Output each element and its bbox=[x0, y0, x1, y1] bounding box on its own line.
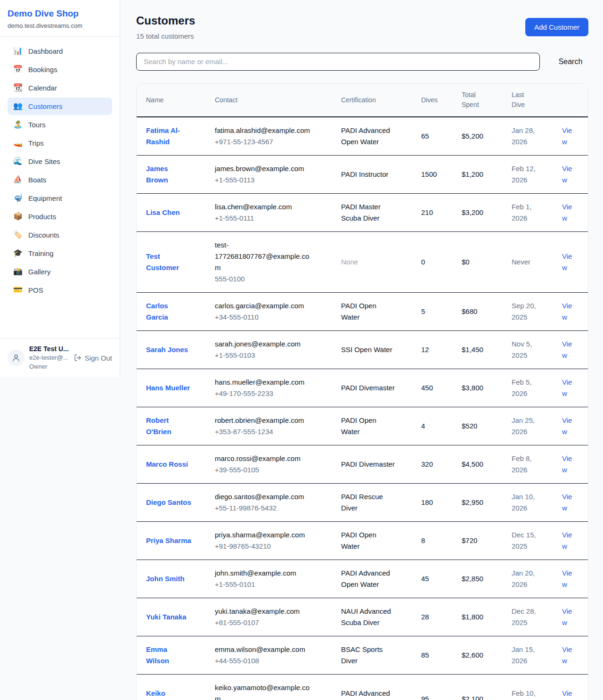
sidebar-item-label: Dashboard bbox=[28, 47, 63, 55]
customer-name-link[interactable]: Hans Mueller bbox=[146, 382, 190, 394]
table-row: Carlos Garcia carlos.garcia@example.com … bbox=[137, 293, 588, 331]
contact-cell: keiko.yamamoto@example.com +81-90-1234-5… bbox=[207, 675, 334, 700]
table-row: Test Customer test-1772681807767@example… bbox=[137, 232, 588, 293]
total-spent-cell: $520 bbox=[454, 407, 504, 445]
dives-cell: 1500 bbox=[414, 156, 454, 194]
name-cell: Carlos Garcia bbox=[137, 293, 207, 331]
view-customer-link[interactable]: View bbox=[562, 252, 572, 272]
last-dive-cell: Dec 28, 2025 bbox=[504, 598, 554, 636]
view-customer-link[interactable]: View bbox=[562, 689, 572, 700]
view-customer-link[interactable]: View bbox=[562, 416, 572, 436]
name-cell: Emma Wilson bbox=[137, 636, 207, 675]
name-cell: James Brown bbox=[137, 156, 207, 194]
name-cell: John Smith bbox=[137, 560, 207, 598]
sign-out-button[interactable]: Sign Out bbox=[74, 354, 112, 362]
sidebar-item-label: POS bbox=[28, 286, 43, 294]
view-customer-link[interactable]: View bbox=[562, 454, 572, 474]
customer-name-link[interactable]: Marco Rossi bbox=[146, 459, 188, 470]
sidebar-item-gallery[interactable]: 📸 Gallery bbox=[8, 263, 112, 280]
sidebar-item-trips[interactable]: 🚤 Trips bbox=[8, 134, 112, 152]
certification-cell: PADI Advanced Open Water bbox=[334, 560, 414, 598]
last-dive-cell: Feb 12, 2026 bbox=[504, 156, 554, 194]
view-customer-link[interactable]: View bbox=[562, 569, 572, 588]
actions-cell: View bbox=[554, 636, 588, 675]
view-customer-link[interactable]: View bbox=[562, 340, 572, 359]
sidebar-item-calendar[interactable]: 📆 Calendar bbox=[8, 79, 112, 97]
sidebar-item-label: Discounts bbox=[28, 231, 59, 239]
view-customer-link[interactable]: View bbox=[562, 165, 572, 184]
name-cell: Diego Santos bbox=[137, 484, 207, 522]
sidebar-item-training[interactable]: 🎓 Training bbox=[8, 245, 112, 262]
sidebar-item-pos[interactable]: 💳 POS bbox=[8, 281, 112, 299]
shop-domain: demo.test.divestreams.com bbox=[8, 22, 112, 29]
search-bar: Search bbox=[136, 53, 588, 71]
name-cell: Marco Rossi bbox=[137, 445, 207, 484]
search-input[interactable] bbox=[136, 53, 540, 71]
sign-out-icon bbox=[74, 354, 81, 362]
training-icon: 🎓 bbox=[13, 249, 23, 257]
last-dive-cell: Feb 10, 2026 bbox=[504, 675, 554, 700]
total-spent-cell: $4,500 bbox=[454, 445, 504, 484]
sidebar-item-label: Customers bbox=[28, 102, 63, 110]
dives-cell: 8 bbox=[414, 522, 454, 560]
actions-cell: View bbox=[554, 560, 588, 598]
customer-name-link[interactable]: Sarah Jones bbox=[146, 344, 188, 355]
table-row: Emma Wilson emma.wilson@example.com +44-… bbox=[137, 636, 588, 675]
sidebar-item-label: Equipment bbox=[28, 194, 62, 202]
sidebar-item-customers[interactable]: 👥 Customers bbox=[8, 98, 112, 115]
customer-name-link[interactable]: Priya Sharma bbox=[146, 535, 191, 546]
customer-email: hans.mueller@example.com bbox=[215, 377, 314, 388]
search-button[interactable]: Search bbox=[553, 57, 588, 66]
column-header-name: Name bbox=[137, 84, 207, 117]
discounts-icon: 🏷️ bbox=[13, 231, 23, 239]
dives-cell: 12 bbox=[414, 331, 454, 369]
sidebar-item-bookings[interactable]: 📅 Bookings bbox=[8, 61, 112, 78]
view-customer-link[interactable]: View bbox=[562, 645, 572, 665]
customer-name-link[interactable]: Fatima Al-Rashid bbox=[146, 125, 192, 148]
customer-name-link[interactable]: James Brown bbox=[146, 163, 192, 186]
customer-name-link[interactable]: Keiko Yamamoto bbox=[146, 688, 192, 700]
page-header: Customers 15 total customers Add Custome… bbox=[136, 14, 588, 40]
contact-cell: diego.santos@example.com +55-11-99876-54… bbox=[207, 484, 334, 522]
customer-name-link[interactable]: Diego Santos bbox=[146, 497, 191, 508]
page-title: Customers bbox=[136, 14, 195, 28]
sidebar-item-equipment[interactable]: 🤿 Equipment bbox=[8, 189, 112, 207]
customer-name-link[interactable]: Robert O'Brien bbox=[146, 415, 192, 437]
user-role: Owner bbox=[29, 363, 69, 371]
pos-icon: 💳 bbox=[13, 286, 23, 294]
trips-icon: 🚤 bbox=[13, 139, 23, 147]
sidebar-item-boats[interactable]: ⛵ Boats bbox=[8, 171, 112, 189]
customer-name-link[interactable]: Yuki Tanaka bbox=[146, 611, 187, 623]
customer-name-link[interactable]: John Smith bbox=[146, 573, 185, 585]
sidebar-item-products[interactable]: 📦 Products bbox=[8, 208, 112, 225]
customer-name-link[interactable]: Lisa Chen bbox=[146, 207, 180, 218]
view-customer-link[interactable]: View bbox=[562, 493, 572, 512]
dashboard-icon: 📊 bbox=[13, 47, 23, 55]
sidebar-item-discounts[interactable]: 🏷️ Discounts bbox=[8, 226, 112, 244]
total-spent-cell: $2,600 bbox=[454, 636, 504, 675]
total-spent-cell: $2,100 bbox=[454, 675, 504, 700]
view-customer-link[interactable]: View bbox=[562, 531, 572, 550]
actions-cell: View bbox=[554, 675, 588, 700]
customer-name-link[interactable]: Carlos Garcia bbox=[146, 300, 192, 323]
contact-cell: lisa.chen@example.com +1-555-0111 bbox=[207, 194, 334, 232]
customer-name-link[interactable]: Test Customer bbox=[146, 251, 192, 273]
view-customer-link[interactable]: View bbox=[562, 203, 572, 222]
customer-name-link[interactable]: Emma Wilson bbox=[146, 644, 192, 667]
customer-phone: +55-11-99876-5432 bbox=[215, 502, 322, 514]
add-customer-button[interactable]: Add Customer bbox=[525, 18, 588, 36]
sidebar-item-dashboard[interactable]: 📊 Dashboard bbox=[8, 42, 112, 60]
customer-email: james.brown@example.com bbox=[215, 163, 314, 174]
sidebar-item-tours[interactable]: 🏝️ Tours bbox=[8, 116, 112, 133]
sidebar-item-dive-sites[interactable]: 🌊 Dive Sites bbox=[8, 153, 112, 170]
customer-count: 15 total customers bbox=[136, 32, 195, 40]
view-customer-link[interactable]: View bbox=[562, 607, 572, 626]
customer-email: emma.wilson@example.com bbox=[215, 644, 314, 655]
name-cell: Fatima Al-Rashid bbox=[137, 117, 207, 156]
last-dive-cell: Sep 20, 2025 bbox=[504, 293, 554, 331]
view-customer-link[interactable]: View bbox=[562, 378, 572, 397]
view-customer-link[interactable]: View bbox=[562, 302, 572, 321]
user-meta: E2E Test U... e2e-tester@... Owner bbox=[29, 345, 69, 371]
view-customer-link[interactable]: View bbox=[562, 126, 572, 146]
certification-cell: None bbox=[334, 232, 414, 293]
